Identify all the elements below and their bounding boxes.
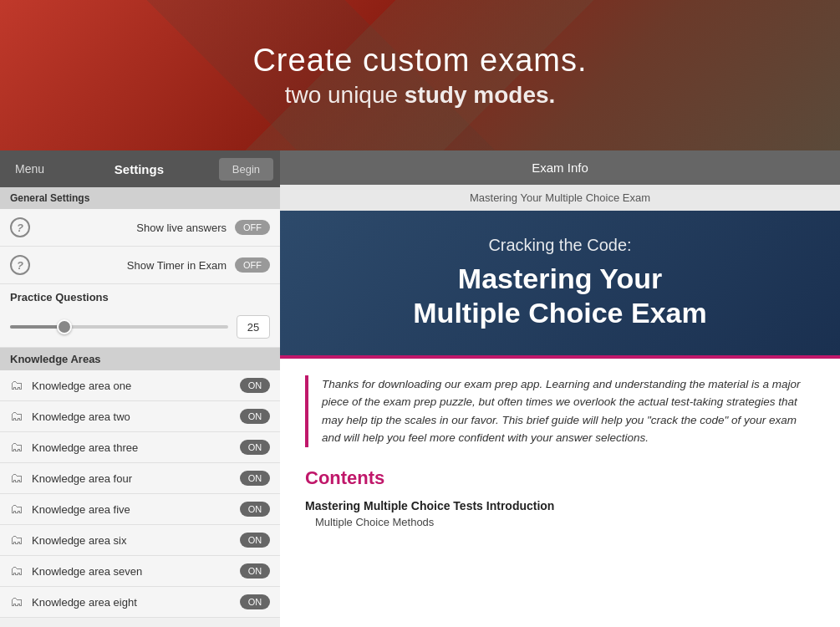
show-timer-row: ? Show Timer in Exam OFF: [0, 247, 280, 284]
ka-toggle-6[interactable]: ON: [240, 533, 270, 548]
slider-track[interactable]: [10, 325, 228, 329]
folder-icon-5: 🗂: [10, 502, 23, 517]
ka-item-five: 🗂 Knowledge area five ON: [0, 494, 280, 525]
left-panel: Menu Settings Begin General Settings ? S…: [0, 150, 280, 627]
app-container: Menu Settings Begin General Settings ? S…: [0, 150, 840, 627]
folder-icon-1: 🗂: [10, 378, 23, 393]
ka-toggle-2[interactable]: ON: [240, 409, 270, 424]
body-quote: Thanks for downloading our exam prep app…: [305, 375, 815, 447]
knowledge-areas-header: Knowledge Areas: [0, 348, 280, 370]
exam-info-tab[interactable]: Exam Info: [280, 150, 840, 185]
begin-button[interactable]: Begin: [219, 158, 273, 181]
practice-questions-section: Practice Questions 25: [0, 284, 280, 348]
exam-subtitle: Mastering Your Multiple Choice Exam: [280, 185, 840, 211]
ka-name-2: Knowledge area two: [32, 410, 240, 423]
slider-thumb[interactable]: [57, 319, 72, 334]
ka-item-eight: 🗂 Knowledge area eight ON: [0, 587, 280, 618]
show-live-answers-label: Show live answers: [38, 222, 227, 234]
folder-icon-7: 🗂: [10, 563, 23, 579]
ka-name-3: Knowledge area three: [32, 441, 240, 454]
ka-name-5: Knowledge area five: [32, 503, 240, 516]
slider-value: 25: [237, 315, 270, 339]
ka-item-six: 🗂 Knowledge area six ON: [0, 525, 280, 556]
banner-line1: Create custom exams.: [252, 43, 587, 79]
show-timer-toggle[interactable]: OFF: [235, 257, 270, 273]
ka-toggle-1[interactable]: ON: [240, 378, 270, 393]
contents-item-sub: Multiple Choice Methods: [315, 516, 815, 528]
practice-questions-header: Practice Questions: [0, 284, 280, 310]
body-quote-text: Thanks for downloading our exam prep app…: [322, 375, 815, 447]
show-timer-label: Show Timer in Exam: [38, 259, 227, 272]
help-icon-timer[interactable]: ?: [10, 255, 30, 275]
hero-title: Mastering YourMultiple Choice Exam: [313, 262, 807, 330]
settings-panel[interactable]: General Settings ? Show live answers OFF…: [0, 187, 280, 627]
ka-name-8: Knowledge area eight: [32, 596, 240, 609]
folder-icon-6: 🗂: [10, 533, 23, 548]
ka-toggle-8[interactable]: ON: [240, 594, 270, 609]
ka-item-two: 🗂 Knowledge area two ON: [0, 401, 280, 432]
ka-name-7: Knowledge area seven: [32, 565, 240, 578]
ka-item-four: 🗂 Knowledge area four ON: [0, 463, 280, 494]
ka-item-one: 🗂 Knowledge area one ON: [0, 370, 280, 401]
ka-item-three: 🗂 Knowledge area three ON: [0, 432, 280, 463]
general-settings-header: General Settings: [0, 187, 280, 209]
hero-subtitle: Cracking the Code:: [313, 236, 807, 255]
ka-toggle-4[interactable]: ON: [240, 471, 270, 486]
ka-name-1: Knowledge area one: [32, 380, 240, 392]
show-live-answers-row: ? Show live answers OFF: [0, 209, 280, 247]
ka-item-seven: 🗂 Knowledge area seven ON: [0, 556, 280, 587]
ka-toggle-3[interactable]: ON: [240, 440, 270, 455]
ka-name-6: Knowledge area six: [32, 534, 240, 547]
folder-icon-2: 🗂: [10, 409, 23, 424]
exam-hero: Cracking the Code: Mastering YourMultipl…: [280, 211, 840, 355]
ka-toggle-7[interactable]: ON: [240, 563, 270, 579]
folder-icon-4: 🗂: [10, 471, 23, 486]
banner-line2: two unique study modes.: [285, 82, 556, 109]
settings-button[interactable]: Settings: [59, 154, 219, 185]
menu-button[interactable]: Menu: [0, 154, 59, 184]
help-icon-live-answers[interactable]: ?: [10, 217, 30, 237]
top-nav: Menu Settings Begin: [0, 150, 280, 187]
show-live-answers-toggle[interactable]: OFF: [235, 220, 270, 235]
ka-toggle-5[interactable]: ON: [240, 502, 270, 517]
contents-title: Contents: [305, 467, 815, 489]
practice-questions-slider-row: 25: [0, 310, 280, 347]
contents-item-title: Mastering Multiple Choice Tests Introduc…: [305, 499, 815, 512]
top-banner: Create custom exams. two unique study mo…: [0, 0, 840, 150]
ka-name-4: Knowledge area four: [32, 472, 240, 485]
exam-body[interactable]: Thanks for downloading our exam prep app…: [280, 359, 840, 627]
right-panel: Exam Info Mastering Your Multiple Choice…: [280, 150, 840, 627]
folder-icon-3: 🗂: [10, 440, 23, 455]
folder-icon-8: 🗂: [10, 594, 23, 609]
